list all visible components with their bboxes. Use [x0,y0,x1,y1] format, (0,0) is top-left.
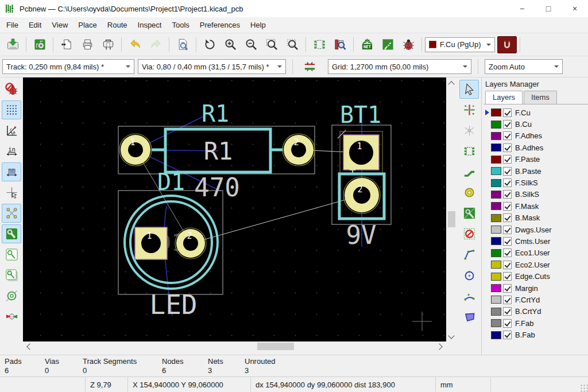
add-keepout-button[interactable] [459,224,479,243]
layer-row-f-silks[interactable]: F.SilkS [485,177,588,188]
cursor-shape-button[interactable] [2,183,21,202]
grid-dots-button[interactable] [2,100,21,119]
layer-color-swatch[interactable] [491,132,501,140]
drc-button[interactable] [398,36,419,54]
layer-visibility-checkbox[interactable] [503,249,512,257]
track-sketch-button[interactable] [2,245,21,264]
scroll-left-icon[interactable] [26,343,33,350]
layer-row-margin[interactable]: Margin [485,282,588,294]
close-button[interactable]: × [562,0,588,17]
layer-color-swatch[interactable] [491,179,501,187]
ratsnest-visibility-button[interactable] [2,204,21,223]
menu-inspect[interactable]: Inspect [133,18,167,32]
layer-visibility-checkbox[interactable] [503,261,512,269]
pcb-canvas[interactable]: R1 R1 470 1 2 [23,77,446,341]
undo-button[interactable] [125,36,145,54]
layer-color-swatch[interactable] [491,237,501,245]
pad-sketch-button[interactable] [2,266,21,285]
layer-visibility-checkbox[interactable] [503,143,512,152]
via-sketch-button[interactable] [2,286,21,305]
layer-color-swatch[interactable] [491,296,501,304]
menu-edit[interactable]: Edit [24,18,47,32]
route-track-button[interactable] [459,162,479,181]
auto-track-width-button[interactable] [299,57,320,76]
layer-visibility-checkbox[interactable] [503,202,512,211]
layer-color-swatch[interactable] [491,319,501,327]
menu-preferences[interactable]: Preferences [195,18,245,32]
ratsnest-mode-button[interactable] [2,224,21,243]
layer-row-dwgs-user[interactable]: Dwgs.User [485,224,588,235]
resize-grip[interactable] [580,384,588,392]
polar-coords-button[interactable]: rθ [2,121,21,140]
redo-button[interactable] [145,36,166,54]
layer-row-b-cu[interactable]: B.Cu [485,118,588,130]
save-button[interactable] [2,36,23,54]
menu-place[interactable]: Place [73,18,102,32]
draw-circle-button[interactable] [459,266,479,285]
layer-visibility-checkbox[interactable] [503,237,512,246]
layer-color-swatch[interactable] [491,331,501,339]
layer-row-f-mask[interactable]: F.Mask [485,200,588,212]
layer-visibility-checkbox[interactable] [503,155,512,164]
layer-row-f-crtyd[interactable]: F.CrtYd [485,294,588,305]
maximize-button[interactable]: □ [535,0,562,17]
layer-visibility-checkbox[interactable] [503,296,512,304]
scroll-down-icon[interactable] [448,332,454,339]
layer-color-swatch[interactable] [491,202,501,210]
menu-file[interactable]: File [1,18,24,32]
active-layer-selector[interactable]: F.Cu (PgUp) [425,37,495,52]
find-button[interactable] [172,36,193,54]
horizontal-scrollbar[interactable] [23,341,446,352]
layer-row-f-fab[interactable]: F.Fab [485,317,588,329]
layer-color-swatch[interactable] [491,273,501,281]
layer-visibility-checkbox[interactable] [503,108,512,117]
layer-color-swatch[interactable] [491,226,501,234]
menu-route[interactable]: Route [102,18,133,32]
board-setup-button[interactable] [29,36,50,54]
layer-row-f-paste[interactable]: F.Paste [485,154,588,165]
page-settings-button[interactable] [56,36,77,54]
layer-color-swatch[interactable] [491,308,501,316]
layer-row-edge-cuts[interactable]: Edge.Cuts [485,270,588,282]
tab-layers[interactable]: Layers [485,91,523,104]
layer-row-b-mask[interactable]: B.Mask [485,212,588,224]
grid-selector[interactable]: Grid: 1,2700 mm (50,00 mils) [328,59,471,74]
local-ratsnest-button[interactable] [459,121,479,140]
layer-row-b-silks[interactable]: B.SilkS [485,189,588,200]
layer-color-swatch[interactable] [491,284,501,292]
layer-visibility-checkbox[interactable] [503,319,512,328]
zoom-selection-button[interactable] [282,36,303,54]
horizontal-scroll-thumb[interactable] [257,343,294,350]
layer-color-swatch[interactable] [491,191,501,199]
zoom-selector[interactable]: Zoom Auto [485,59,563,74]
high-contrast-button[interactable] [2,307,21,326]
layer-row-b-paste[interactable]: B.Paste [485,165,588,177]
menu-help[interactable]: Help [245,18,271,32]
swap-layer-button[interactable] [497,36,517,53]
track-width-selector[interactable]: Track: 0,250 mm (9,84 mils) * [2,59,134,74]
layer-color-swatch[interactable] [491,167,501,175]
layer-visibility-checkbox[interactable] [503,120,512,129]
vertical-scrollbar[interactable] [446,77,457,341]
layer-color-swatch[interactable] [491,249,501,257]
layer-row-f-adhes[interactable]: F.Adhes [485,130,588,142]
layer-visibility-checkbox[interactable] [503,167,512,176]
layer-visibility-checkbox[interactable] [503,178,512,187]
layer-row-b-adhes[interactable]: B.Adhes [485,142,588,153]
print-button[interactable] [77,36,98,54]
draw-line-button[interactable] [459,245,479,264]
zoom-out-button[interactable] [241,36,261,54]
zoom-in-button[interactable] [220,36,241,54]
show-netlist-button[interactable]: NET [357,36,377,54]
units-mm-button[interactable]: mm [2,162,21,181]
layer-visibility-checkbox[interactable] [503,284,512,293]
redraw-button[interactable] [199,36,220,54]
plot-button[interactable] [98,36,118,54]
zoom-fit-button[interactable] [261,36,282,54]
layer-visibility-checkbox[interactable] [503,131,512,140]
layer-row-eco1-user[interactable]: Eco1.User [485,247,588,259]
tab-items[interactable]: Items [524,91,557,104]
layer-visibility-checkbox[interactable] [503,226,512,234]
add-zone-button[interactable] [459,204,479,223]
via-size-selector[interactable]: Via: 0,80 / 0,40 mm (31,5 / 15,7 mils) * [138,59,286,74]
